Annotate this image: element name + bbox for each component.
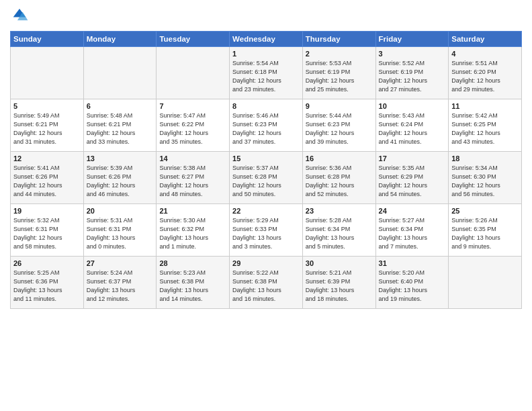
day-info: Sunrise: 5:38 AM Sunset: 6:27 PM Dayligh…	[159, 164, 226, 199]
day-info: Sunrise: 5:25 AM Sunset: 6:36 PM Dayligh…	[13, 269, 81, 304]
day-number: 4	[451, 50, 519, 58]
day-number: 15	[232, 154, 300, 163]
calendar-cell: 6Sunrise: 5:48 AM Sunset: 6:21 PM Daylig…	[83, 99, 157, 152]
calendar-cell: 22Sunrise: 5:29 AM Sunset: 6:33 PM Dayli…	[230, 204, 303, 257]
day-number: 8	[232, 102, 300, 110]
day-number: 2	[306, 50, 373, 58]
day-info: Sunrise: 5:21 AM Sunset: 6:39 PM Dayligh…	[306, 269, 373, 304]
day-number: 30	[306, 259, 373, 267]
day-number: 5	[13, 102, 81, 110]
calendar-cell: 7Sunrise: 5:47 AM Sunset: 6:22 PM Daylig…	[157, 99, 230, 152]
day-info: Sunrise: 5:20 AM Sunset: 6:40 PM Dayligh…	[379, 269, 446, 304]
day-number: 20	[87, 207, 154, 215]
day-number: 24	[379, 207, 446, 215]
calendar-week-row: 12Sunrise: 5:41 AM Sunset: 6:26 PM Dayli…	[11, 152, 522, 204]
day-number: 16	[306, 154, 373, 163]
day-info: Sunrise: 5:51 AM Sunset: 6:20 PM Dayligh…	[451, 59, 519, 94]
day-info: Sunrise: 5:43 AM Sunset: 6:24 PM Dayligh…	[379, 111, 446, 146]
day-info: Sunrise: 5:31 AM Sunset: 6:31 PM Dayligh…	[87, 216, 154, 251]
calendar-cell: 31Sunrise: 5:20 AM Sunset: 6:40 PM Dayli…	[375, 257, 449, 309]
calendar-week-row: 5Sunrise: 5:49 AM Sunset: 6:21 PM Daylig…	[11, 99, 522, 152]
calendar-cell: 4Sunrise: 5:51 AM Sunset: 6:20 PM Daylig…	[449, 47, 522, 99]
day-number: 17	[379, 154, 446, 163]
calendar-cell: 12Sunrise: 5:41 AM Sunset: 6:26 PM Dayli…	[11, 152, 84, 204]
weekday-header: Friday	[375, 32, 449, 47]
day-number: 28	[159, 259, 226, 267]
calendar-cell: 18Sunrise: 5:34 AM Sunset: 6:30 PM Dayli…	[449, 152, 522, 204]
day-info: Sunrise: 5:36 AM Sunset: 6:28 PM Dayligh…	[306, 164, 373, 199]
calendar-cell: 28Sunrise: 5:23 AM Sunset: 6:38 PM Dayli…	[157, 257, 230, 309]
calendar-cell: 24Sunrise: 5:27 AM Sunset: 6:34 PM Dayli…	[375, 204, 449, 257]
calendar-cell: 8Sunrise: 5:46 AM Sunset: 6:23 PM Daylig…	[230, 99, 303, 152]
calendar-cell: 20Sunrise: 5:31 AM Sunset: 6:31 PM Dayli…	[83, 204, 157, 257]
weekday-header: Sunday	[11, 32, 84, 47]
day-number: 25	[451, 207, 519, 215]
day-number: 10	[379, 102, 446, 110]
calendar-cell: 3Sunrise: 5:52 AM Sunset: 6:19 PM Daylig…	[375, 47, 449, 99]
day-number: 18	[451, 154, 519, 163]
day-info: Sunrise: 5:46 AM Sunset: 6:23 PM Dayligh…	[232, 111, 300, 146]
calendar-cell	[11, 47, 84, 99]
calendar-week-row: 19Sunrise: 5:32 AM Sunset: 6:31 PM Dayli…	[11, 204, 522, 257]
day-info: Sunrise: 5:37 AM Sunset: 6:28 PM Dayligh…	[232, 164, 300, 199]
calendar-cell: 13Sunrise: 5:39 AM Sunset: 6:26 PM Dayli…	[83, 152, 157, 204]
day-info: Sunrise: 5:52 AM Sunset: 6:19 PM Dayligh…	[379, 59, 446, 94]
calendar-cell: 11Sunrise: 5:42 AM Sunset: 6:25 PM Dayli…	[449, 99, 522, 152]
day-info: Sunrise: 5:34 AM Sunset: 6:30 PM Dayligh…	[451, 164, 519, 199]
calendar-cell: 14Sunrise: 5:38 AM Sunset: 6:27 PM Dayli…	[157, 152, 230, 204]
day-number: 26	[13, 259, 81, 267]
day-info: Sunrise: 5:28 AM Sunset: 6:34 PM Dayligh…	[306, 216, 373, 251]
day-info: Sunrise: 5:44 AM Sunset: 6:23 PM Dayligh…	[306, 111, 373, 146]
calendar-cell: 2Sunrise: 5:53 AM Sunset: 6:19 PM Daylig…	[302, 47, 375, 99]
day-info: Sunrise: 5:42 AM Sunset: 6:25 PM Dayligh…	[451, 111, 519, 146]
day-info: Sunrise: 5:24 AM Sunset: 6:37 PM Dayligh…	[87, 269, 154, 304]
weekday-header: Tuesday	[157, 32, 230, 47]
calendar-week-row: 26Sunrise: 5:25 AM Sunset: 6:36 PM Dayli…	[11, 257, 522, 309]
weekday-header: Wednesday	[230, 32, 303, 47]
day-info: Sunrise: 5:47 AM Sunset: 6:22 PM Dayligh…	[159, 111, 226, 146]
day-number: 21	[159, 207, 226, 215]
calendar-cell: 15Sunrise: 5:37 AM Sunset: 6:28 PM Dayli…	[230, 152, 303, 204]
day-info: Sunrise: 5:26 AM Sunset: 6:35 PM Dayligh…	[451, 216, 519, 251]
weekday-header: Thursday	[302, 32, 375, 47]
calendar-cell: 9Sunrise: 5:44 AM Sunset: 6:23 PM Daylig…	[302, 99, 375, 152]
day-info: Sunrise: 5:27 AM Sunset: 6:34 PM Dayligh…	[379, 216, 446, 251]
day-info: Sunrise: 5:30 AM Sunset: 6:32 PM Dayligh…	[159, 216, 226, 251]
day-number: 11	[451, 102, 519, 110]
calendar-cell: 25Sunrise: 5:26 AM Sunset: 6:35 PM Dayli…	[449, 204, 522, 257]
day-info: Sunrise: 5:49 AM Sunset: 6:21 PM Dayligh…	[13, 111, 81, 146]
day-number: 19	[13, 207, 81, 215]
calendar-table: SundayMondayTuesdayWednesdayThursdayFrid…	[10, 31, 522, 309]
calendar-cell: 10Sunrise: 5:43 AM Sunset: 6:24 PM Dayli…	[375, 99, 449, 152]
logo	[10, 7, 32, 26]
calendar-cell: 17Sunrise: 5:35 AM Sunset: 6:29 PM Dayli…	[375, 152, 449, 204]
day-info: Sunrise: 5:54 AM Sunset: 6:18 PM Dayligh…	[232, 59, 300, 94]
day-info: Sunrise: 5:48 AM Sunset: 6:21 PM Dayligh…	[87, 111, 154, 146]
calendar-cell	[83, 47, 157, 99]
weekday-header: Saturday	[449, 32, 522, 47]
calendar-cell: 1Sunrise: 5:54 AM Sunset: 6:18 PM Daylig…	[230, 47, 303, 99]
day-number: 27	[87, 259, 154, 267]
day-number: 14	[159, 154, 226, 163]
calendar-cell: 23Sunrise: 5:28 AM Sunset: 6:34 PM Dayli…	[302, 204, 375, 257]
day-number: 7	[159, 102, 226, 110]
calendar-cell	[157, 47, 230, 99]
day-info: Sunrise: 5:22 AM Sunset: 6:38 PM Dayligh…	[232, 269, 300, 304]
day-number: 1	[232, 50, 300, 58]
calendar-cell: 26Sunrise: 5:25 AM Sunset: 6:36 PM Dayli…	[11, 257, 84, 309]
calendar-cell: 5Sunrise: 5:49 AM Sunset: 6:21 PM Daylig…	[11, 99, 84, 152]
calendar-cell: 30Sunrise: 5:21 AM Sunset: 6:39 PM Dayli…	[302, 257, 375, 309]
day-info: Sunrise: 5:35 AM Sunset: 6:29 PM Dayligh…	[379, 164, 446, 199]
day-number: 29	[232, 259, 300, 267]
page: SundayMondayTuesdayWednesdayThursdayFrid…	[0, 0, 532, 411]
day-number: 6	[87, 102, 154, 110]
day-info: Sunrise: 5:39 AM Sunset: 6:26 PM Dayligh…	[87, 164, 154, 199]
calendar-cell: 16Sunrise: 5:36 AM Sunset: 6:28 PM Dayli…	[302, 152, 375, 204]
day-number: 3	[379, 50, 446, 58]
day-number: 22	[232, 207, 300, 215]
day-number: 31	[379, 259, 446, 267]
calendar-cell: 29Sunrise: 5:22 AM Sunset: 6:38 PM Dayli…	[230, 257, 303, 309]
calendar-cell: 27Sunrise: 5:24 AM Sunset: 6:37 PM Dayli…	[83, 257, 157, 309]
calendar-cell	[449, 257, 522, 309]
weekday-header-row: SundayMondayTuesdayWednesdayThursdayFrid…	[11, 32, 522, 47]
